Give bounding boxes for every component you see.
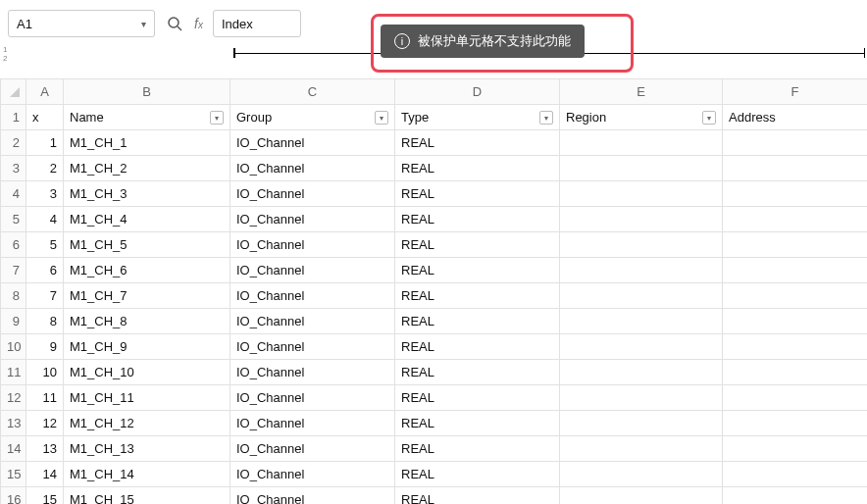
col-header-B[interactable]: B xyxy=(64,79,230,105)
row-header[interactable]: 15 xyxy=(1,462,26,487)
cell[interactable]: IO_Channel xyxy=(230,436,395,462)
cell[interactable]: REAL xyxy=(395,411,560,436)
row-header[interactable]: 12 xyxy=(1,385,26,411)
cell[interactable] xyxy=(723,283,868,309)
filter-dropdown-icon[interactable]: ▾ xyxy=(539,111,553,125)
cell[interactable] xyxy=(723,207,868,232)
row-header[interactable]: 11 xyxy=(1,360,26,385)
cell[interactable]: 15 xyxy=(26,487,64,505)
cell[interactable]: REAL xyxy=(395,156,560,181)
cell[interactable] xyxy=(560,462,723,487)
table-row[interactable]: 21M1_CH_1IO_ChannelREAL xyxy=(1,130,868,156)
row-header[interactable]: 8 xyxy=(1,283,26,309)
cell[interactable]: REAL xyxy=(395,487,560,505)
row-header[interactable]: 14 xyxy=(1,436,26,462)
row-header[interactable]: 16 xyxy=(1,487,26,505)
cell[interactable] xyxy=(723,385,868,411)
cell[interactable]: 13 xyxy=(26,436,64,462)
cell[interactable] xyxy=(723,258,868,283)
cell[interactable]: M1_CH_14 xyxy=(64,462,230,487)
cell[interactable]: REAL xyxy=(395,462,560,487)
cell[interactable]: 3 xyxy=(26,181,64,207)
cell[interactable]: REAL xyxy=(395,130,560,156)
table-row[interactable]: 1413M1_CH_13IO_ChannelREAL xyxy=(1,436,868,462)
cell[interactable] xyxy=(560,487,723,505)
cell[interactable] xyxy=(560,436,723,462)
formula-input[interactable]: Index xyxy=(213,10,301,37)
cell[interactable]: IO_Channel xyxy=(230,130,395,156)
cell[interactable]: 14 xyxy=(26,462,64,487)
cell[interactable]: 6 xyxy=(26,258,64,283)
cell[interactable] xyxy=(560,385,723,411)
cell[interactable] xyxy=(560,309,723,334)
cell[interactable]: IO_Channel xyxy=(230,207,395,232)
cell[interactable]: 10 xyxy=(26,360,64,385)
cell[interactable]: M1_CH_1 xyxy=(64,130,230,156)
cell[interactable]: M1_CH_13 xyxy=(64,436,230,462)
table-row[interactable]: 1110M1_CH_10IO_ChannelREAL xyxy=(1,360,868,385)
spreadsheet-grid[interactable]: ABCDEF 1xName▾Group▾Type▾Region▾Address2… xyxy=(0,78,867,504)
cell[interactable] xyxy=(723,360,868,385)
row-header[interactable]: 2 xyxy=(1,130,26,156)
cell[interactable]: IO_Channel xyxy=(230,385,395,411)
cell[interactable]: Region▾ xyxy=(560,105,723,130)
cell[interactable]: 8 xyxy=(26,309,64,334)
cell[interactable]: REAL xyxy=(395,385,560,411)
cell[interactable] xyxy=(560,283,723,309)
cell[interactable]: M1_CH_8 xyxy=(64,309,230,334)
cell[interactable]: IO_Channel xyxy=(230,283,395,309)
cell[interactable]: 4 xyxy=(26,207,64,232)
table-row[interactable]: 43M1_CH_3IO_ChannelREAL xyxy=(1,181,868,207)
cell[interactable] xyxy=(560,181,723,207)
cell[interactable] xyxy=(723,334,868,360)
table-row[interactable]: 98M1_CH_8IO_ChannelREAL xyxy=(1,309,868,334)
cell[interactable]: REAL xyxy=(395,334,560,360)
cell[interactable]: Group▾ xyxy=(230,105,395,130)
cell[interactable]: M1_CH_11 xyxy=(64,385,230,411)
row-header[interactable]: 6 xyxy=(1,232,26,258)
cell[interactable]: IO_Channel xyxy=(230,462,395,487)
cell[interactable] xyxy=(723,487,868,505)
row-header[interactable]: 5 xyxy=(1,207,26,232)
col-header-C[interactable]: C xyxy=(230,79,395,105)
cell[interactable] xyxy=(723,130,868,156)
col-header-D[interactable]: D xyxy=(395,79,560,105)
row-header[interactable]: 1 xyxy=(1,105,26,130)
cell[interactable]: REAL xyxy=(395,283,560,309)
cell[interactable]: 1 xyxy=(26,130,64,156)
cell[interactable]: M1_CH_7 xyxy=(64,283,230,309)
row-header[interactable]: 9 xyxy=(1,309,26,334)
table-row[interactable]: 1312M1_CH_12IO_ChannelREAL xyxy=(1,411,868,436)
cell[interactable]: M1_CH_9 xyxy=(64,334,230,360)
cell[interactable]: 12 xyxy=(26,411,64,436)
cell[interactable]: 7 xyxy=(26,283,64,309)
cell[interactable]: M1_CH_3 xyxy=(64,181,230,207)
name-box[interactable]: A1 ▾ xyxy=(8,10,155,37)
cell[interactable]: IO_Channel xyxy=(230,360,395,385)
cell[interactable]: M1_CH_15 xyxy=(64,487,230,505)
cell[interactable]: IO_Channel xyxy=(230,334,395,360)
cell[interactable]: M1_CH_4 xyxy=(64,207,230,232)
table-row[interactable]: 32M1_CH_2IO_ChannelREAL xyxy=(1,156,868,181)
cell[interactable]: IO_Channel xyxy=(230,181,395,207)
cell[interactable]: Type▾ xyxy=(395,105,560,130)
cell[interactable]: REAL xyxy=(395,309,560,334)
cell[interactable] xyxy=(560,360,723,385)
cell[interactable]: REAL xyxy=(395,207,560,232)
cell[interactable]: REAL xyxy=(395,258,560,283)
cell[interactable]: 2 xyxy=(26,156,64,181)
table-row[interactable]: 65M1_CH_5IO_ChannelREAL xyxy=(1,232,868,258)
cell[interactable]: M1_CH_10 xyxy=(64,360,230,385)
cell[interactable]: M1_CH_12 xyxy=(64,411,230,436)
cell[interactable] xyxy=(723,232,868,258)
table-row[interactable]: 109M1_CH_9IO_ChannelREAL xyxy=(1,334,868,360)
col-header-F[interactable]: F xyxy=(723,79,868,105)
cell[interactable]: REAL xyxy=(395,181,560,207)
cell[interactable]: M1_CH_5 xyxy=(64,232,230,258)
select-all-corner[interactable] xyxy=(1,79,26,105)
cell[interactable] xyxy=(723,462,868,487)
table-row[interactable]: 1211M1_CH_11IO_ChannelREAL xyxy=(1,385,868,411)
col-header-A[interactable]: A xyxy=(26,79,64,105)
cell[interactable]: REAL xyxy=(395,232,560,258)
cell[interactable] xyxy=(560,207,723,232)
